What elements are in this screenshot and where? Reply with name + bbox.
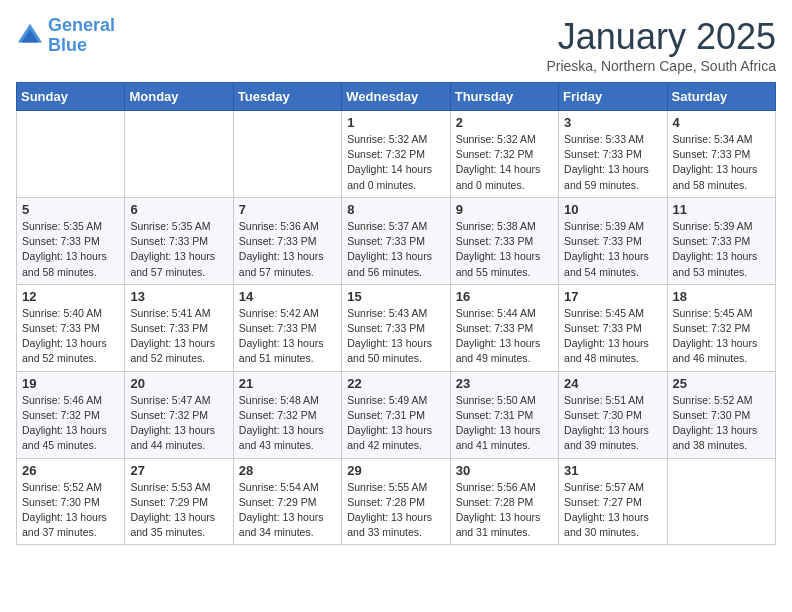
calendar-cell: 31Sunrise: 5:57 AM Sunset: 7:27 PM Dayli… [559,458,667,545]
calendar-cell: 10Sunrise: 5:39 AM Sunset: 7:33 PM Dayli… [559,197,667,284]
calendar-cell: 19Sunrise: 5:46 AM Sunset: 7:32 PM Dayli… [17,371,125,458]
day-number: 9 [456,202,553,217]
day-info: Sunrise: 5:43 AM Sunset: 7:33 PM Dayligh… [347,306,444,367]
day-info: Sunrise: 5:39 AM Sunset: 7:33 PM Dayligh… [564,219,661,280]
day-number: 20 [130,376,227,391]
calendar-cell: 9Sunrise: 5:38 AM Sunset: 7:33 PM Daylig… [450,197,558,284]
day-info: Sunrise: 5:50 AM Sunset: 7:31 PM Dayligh… [456,393,553,454]
calendar-week-row: 19Sunrise: 5:46 AM Sunset: 7:32 PM Dayli… [17,371,776,458]
day-number: 18 [673,289,770,304]
calendar-cell: 17Sunrise: 5:45 AM Sunset: 7:33 PM Dayli… [559,284,667,371]
day-info: Sunrise: 5:37 AM Sunset: 7:33 PM Dayligh… [347,219,444,280]
calendar-cell: 15Sunrise: 5:43 AM Sunset: 7:33 PM Dayli… [342,284,450,371]
logo-line1: General [48,15,115,35]
calendar-week-row: 5Sunrise: 5:35 AM Sunset: 7:33 PM Daylig… [17,197,776,284]
day-info: Sunrise: 5:32 AM Sunset: 7:32 PM Dayligh… [347,132,444,193]
day-number: 10 [564,202,661,217]
calendar-cell: 28Sunrise: 5:54 AM Sunset: 7:29 PM Dayli… [233,458,341,545]
day-number: 13 [130,289,227,304]
day-info: Sunrise: 5:36 AM Sunset: 7:33 PM Dayligh… [239,219,336,280]
calendar-cell: 4Sunrise: 5:34 AM Sunset: 7:33 PM Daylig… [667,111,775,198]
day-info: Sunrise: 5:46 AM Sunset: 7:32 PM Dayligh… [22,393,119,454]
calendar-cell: 22Sunrise: 5:49 AM Sunset: 7:31 PM Dayli… [342,371,450,458]
calendar-cell: 16Sunrise: 5:44 AM Sunset: 7:33 PM Dayli… [450,284,558,371]
calendar-cell: 6Sunrise: 5:35 AM Sunset: 7:33 PM Daylig… [125,197,233,284]
day-number: 11 [673,202,770,217]
calendar-cell: 14Sunrise: 5:42 AM Sunset: 7:33 PM Dayli… [233,284,341,371]
day-info: Sunrise: 5:57 AM Sunset: 7:27 PM Dayligh… [564,480,661,541]
calendar-week-row: 12Sunrise: 5:40 AM Sunset: 7:33 PM Dayli… [17,284,776,371]
calendar-cell: 11Sunrise: 5:39 AM Sunset: 7:33 PM Dayli… [667,197,775,284]
calendar-cell: 5Sunrise: 5:35 AM Sunset: 7:33 PM Daylig… [17,197,125,284]
day-info: Sunrise: 5:32 AM Sunset: 7:32 PM Dayligh… [456,132,553,193]
day-info: Sunrise: 5:52 AM Sunset: 7:30 PM Dayligh… [22,480,119,541]
day-number: 8 [347,202,444,217]
calendar: SundayMondayTuesdayWednesdayThursdayFrid… [16,82,776,545]
day-info: Sunrise: 5:53 AM Sunset: 7:29 PM Dayligh… [130,480,227,541]
logo-line2: Blue [48,35,87,55]
calendar-cell: 24Sunrise: 5:51 AM Sunset: 7:30 PM Dayli… [559,371,667,458]
day-info: Sunrise: 5:35 AM Sunset: 7:33 PM Dayligh… [130,219,227,280]
day-number: 19 [22,376,119,391]
calendar-cell: 29Sunrise: 5:55 AM Sunset: 7:28 PM Dayli… [342,458,450,545]
calendar-cell: 25Sunrise: 5:52 AM Sunset: 7:30 PM Dayli… [667,371,775,458]
subtitle: Prieska, Northern Cape, South Africa [546,58,776,74]
logo-text: General Blue [48,16,115,56]
weekday-header: Monday [125,83,233,111]
day-number: 3 [564,115,661,130]
day-number: 5 [22,202,119,217]
day-number: 6 [130,202,227,217]
calendar-cell: 13Sunrise: 5:41 AM Sunset: 7:33 PM Dayli… [125,284,233,371]
day-info: Sunrise: 5:55 AM Sunset: 7:28 PM Dayligh… [347,480,444,541]
day-number: 14 [239,289,336,304]
day-number: 24 [564,376,661,391]
weekday-header-row: SundayMondayTuesdayWednesdayThursdayFrid… [17,83,776,111]
calendar-cell: 2Sunrise: 5:32 AM Sunset: 7:32 PM Daylig… [450,111,558,198]
calendar-cell: 30Sunrise: 5:56 AM Sunset: 7:28 PM Dayli… [450,458,558,545]
day-info: Sunrise: 5:42 AM Sunset: 7:33 PM Dayligh… [239,306,336,367]
day-info: Sunrise: 5:38 AM Sunset: 7:33 PM Dayligh… [456,219,553,280]
calendar-cell: 7Sunrise: 5:36 AM Sunset: 7:33 PM Daylig… [233,197,341,284]
calendar-cell [17,111,125,198]
day-number: 15 [347,289,444,304]
month-title: January 2025 [546,16,776,58]
weekday-header: Sunday [17,83,125,111]
calendar-cell: 3Sunrise: 5:33 AM Sunset: 7:33 PM Daylig… [559,111,667,198]
day-info: Sunrise: 5:45 AM Sunset: 7:32 PM Dayligh… [673,306,770,367]
weekday-header: Friday [559,83,667,111]
day-number: 31 [564,463,661,478]
day-info: Sunrise: 5:45 AM Sunset: 7:33 PM Dayligh… [564,306,661,367]
calendar-cell: 1Sunrise: 5:32 AM Sunset: 7:32 PM Daylig… [342,111,450,198]
day-info: Sunrise: 5:39 AM Sunset: 7:33 PM Dayligh… [673,219,770,280]
day-number: 21 [239,376,336,391]
calendar-cell: 23Sunrise: 5:50 AM Sunset: 7:31 PM Dayli… [450,371,558,458]
day-info: Sunrise: 5:41 AM Sunset: 7:33 PM Dayligh… [130,306,227,367]
day-info: Sunrise: 5:44 AM Sunset: 7:33 PM Dayligh… [456,306,553,367]
day-info: Sunrise: 5:35 AM Sunset: 7:33 PM Dayligh… [22,219,119,280]
day-info: Sunrise: 5:34 AM Sunset: 7:33 PM Dayligh… [673,132,770,193]
calendar-cell: 20Sunrise: 5:47 AM Sunset: 7:32 PM Dayli… [125,371,233,458]
day-info: Sunrise: 5:33 AM Sunset: 7:33 PM Dayligh… [564,132,661,193]
day-info: Sunrise: 5:51 AM Sunset: 7:30 PM Dayligh… [564,393,661,454]
day-number: 16 [456,289,553,304]
day-info: Sunrise: 5:56 AM Sunset: 7:28 PM Dayligh… [456,480,553,541]
day-number: 1 [347,115,444,130]
logo-icon [16,22,44,50]
day-number: 27 [130,463,227,478]
title-area: January 2025 Prieska, Northern Cape, Sou… [546,16,776,74]
day-info: Sunrise: 5:52 AM Sunset: 7:30 PM Dayligh… [673,393,770,454]
day-number: 30 [456,463,553,478]
day-info: Sunrise: 5:40 AM Sunset: 7:33 PM Dayligh… [22,306,119,367]
day-number: 25 [673,376,770,391]
calendar-cell: 21Sunrise: 5:48 AM Sunset: 7:32 PM Dayli… [233,371,341,458]
calendar-cell [667,458,775,545]
day-number: 28 [239,463,336,478]
day-info: Sunrise: 5:49 AM Sunset: 7:31 PM Dayligh… [347,393,444,454]
calendar-cell: 27Sunrise: 5:53 AM Sunset: 7:29 PM Dayli… [125,458,233,545]
day-number: 23 [456,376,553,391]
calendar-cell: 12Sunrise: 5:40 AM Sunset: 7:33 PM Dayli… [17,284,125,371]
weekday-header: Thursday [450,83,558,111]
day-number: 29 [347,463,444,478]
calendar-cell [125,111,233,198]
calendar-week-row: 1Sunrise: 5:32 AM Sunset: 7:32 PM Daylig… [17,111,776,198]
